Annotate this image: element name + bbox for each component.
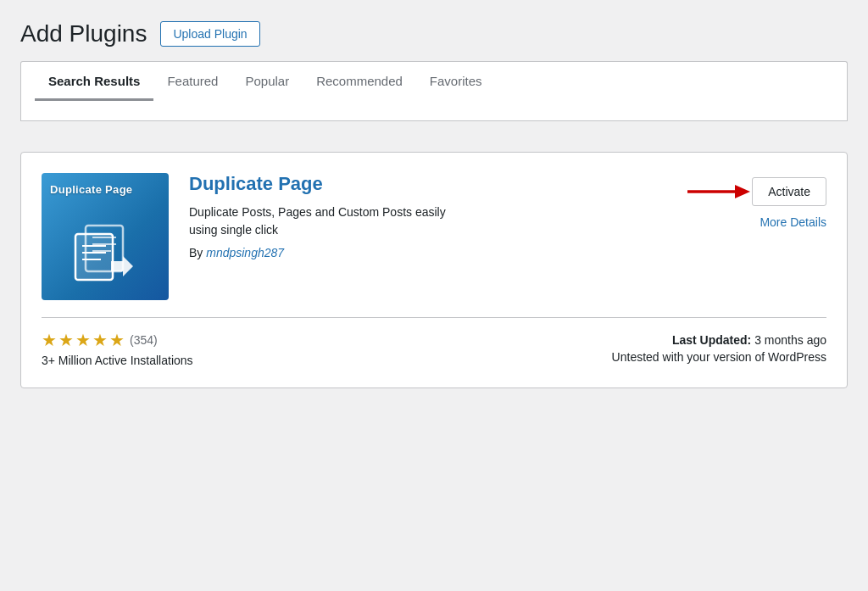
plugin-author-label: By — [189, 246, 203, 259]
red-arrow-svg — [684, 176, 752, 207]
last-updated: Last Updated: 3 months ago — [612, 333, 826, 347]
star-5: ★ — [109, 330, 125, 350]
plugin-description-line2: using single click — [189, 223, 278, 237]
star-1: ★ — [42, 330, 57, 350]
red-arrow-indicator — [684, 176, 752, 207]
tab-popular[interactable]: Popular — [231, 62, 303, 101]
plugin-footer-right: Last Updated: 3 months ago Untested with… — [612, 333, 826, 364]
svg-marker-9 — [735, 185, 750, 198]
tab-divider — [20, 101, 848, 121]
plugin-rating-stars: ★ ★ ★ ★ ★ (354) — [42, 330, 193, 350]
plugin-icon-label: Duplicate Page — [50, 183, 132, 196]
plugin-name: Duplicate Page — [189, 173, 664, 195]
plugin-description-line1: Duplicate Posts, Pages and Custom Posts … — [189, 205, 446, 219]
svg-rect-4 — [75, 234, 113, 280]
more-details-link[interactable]: More Details — [760, 215, 826, 229]
plugin-info: Duplicate Page Duplicate Posts, Pages an… — [189, 173, 664, 259]
plugin-icon: Duplicate Page — [42, 173, 169, 300]
tab-favorites[interactable]: Favorites — [416, 62, 496, 101]
tab-featured[interactable]: Featured — [153, 62, 231, 101]
star-4: ★ — [92, 330, 108, 350]
plugin-footer-left: ★ ★ ★ ★ ★ (354) 3+ Million Active Instal… — [42, 330, 193, 367]
rating-count: (354) — [130, 333, 158, 347]
star-3: ★ — [75, 330, 91, 350]
tabs-nav: Search Results Featured Popular Recommen… — [20, 61, 848, 101]
upload-plugin-button[interactable]: Upload Plugin — [160, 21, 259, 47]
content-area: Duplicate Page — [20, 135, 848, 419]
active-installs: 3+ Million Active Installations — [42, 354, 193, 367]
plugin-card-footer: ★ ★ ★ ★ ★ (354) 3+ Million Active Instal… — [42, 317, 826, 367]
compat-notice: Untested with your version of WordPress — [612, 350, 826, 364]
last-updated-label: Last Updated: — [672, 333, 751, 347]
star-2: ★ — [58, 330, 74, 350]
activate-button[interactable]: Activate — [752, 177, 826, 206]
page-header: Add Plugins Upload Plugin — [20, 20, 848, 47]
plugin-actions: Activate More Details — [684, 173, 826, 229]
plugin-card: Duplicate Page — [20, 152, 848, 388]
plugin-author-link[interactable]: mndpsingh287 — [206, 246, 284, 259]
last-updated-value: 3 months ago — [754, 333, 826, 347]
plugin-description: Duplicate Posts, Pages and Custom Posts … — [189, 204, 664, 239]
plugin-icon-svg — [67, 219, 143, 287]
page-title: Add Plugins — [20, 20, 147, 47]
plugin-author: By mndpsingh287 — [189, 246, 664, 259]
tab-recommended[interactable]: Recommended — [303, 62, 416, 101]
plugin-card-body: Duplicate Page — [42, 173, 826, 300]
tab-search-results[interactable]: Search Results — [35, 62, 153, 101]
arrow-and-button: Activate — [684, 176, 826, 207]
